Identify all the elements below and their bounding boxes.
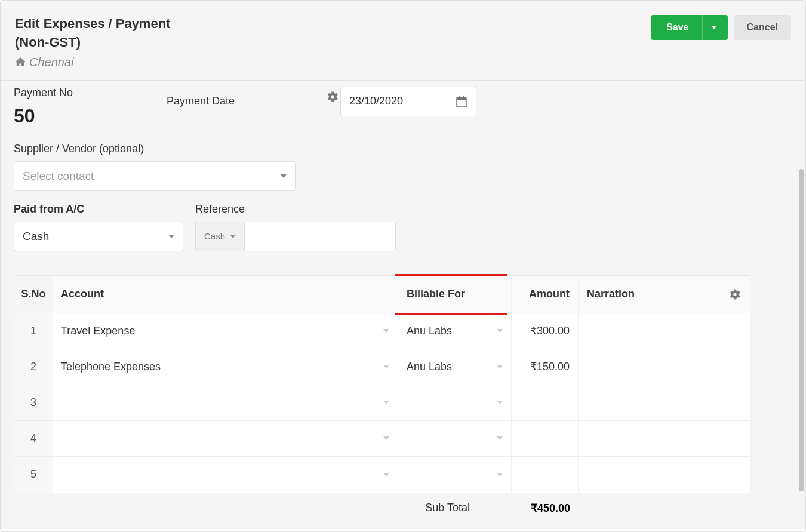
- save-label: Save: [666, 22, 688, 33]
- title-line2: (Non-GST): [15, 35, 81, 50]
- billable-select[interactable]: [398, 457, 511, 493]
- gear-icon: [327, 91, 338, 102]
- amount-input[interactable]: [511, 385, 578, 420]
- reference-type-select[interactable]: Cash: [195, 222, 244, 251]
- location-breadcrumb: Chennai: [15, 56, 170, 69]
- reference-field: Reference Cash: [195, 203, 396, 251]
- date-settings-button[interactable]: [327, 91, 338, 102]
- cancel-button[interactable]: Cancel: [734, 15, 791, 40]
- page-header: Edit Expenses / Payment (Non-GST) Chenna…: [1, 1, 805, 81]
- account-select[interactable]: Telephone Expenses: [53, 349, 398, 385]
- supplier-select[interactable]: Select contact: [14, 161, 296, 191]
- form-body: Payment No 50 Payment Date 23/10/2020 Su…: [1, 81, 805, 529]
- row-action: [720, 421, 750, 456]
- caret-down-icon: [168, 235, 174, 238]
- home-icon: [15, 57, 26, 67]
- save-button[interactable]: Save: [651, 15, 727, 40]
- cell-sno: 5: [14, 457, 53, 493]
- caret-down-icon: [281, 174, 287, 178]
- th-billable: Billable For: [398, 276, 511, 313]
- th-narration: Narration: [578, 276, 720, 313]
- calendar-icon: [456, 96, 467, 107]
- subtotal-row: Sub Total ₹450.00: [14, 493, 750, 519]
- payment-date-field: Payment Date 23/10/2020: [167, 87, 476, 116]
- caret-down-icon: [383, 365, 389, 368]
- subtotal-value: ₹450.00: [503, 502, 570, 515]
- title-block: Edit Expenses / Payment (Non-GST) Chenna…: [15, 15, 170, 69]
- narration-input[interactable]: [578, 349, 720, 385]
- scrollbar[interactable]: [799, 169, 804, 491]
- payment-no-label: Payment No: [14, 87, 73, 99]
- account-select[interactable]: Travel Expense: [53, 313, 398, 349]
- row-action: [720, 313, 750, 349]
- account-select[interactable]: [53, 421, 398, 456]
- th-sno: S.No: [14, 276, 53, 313]
- narration-input[interactable]: [578, 385, 720, 420]
- row-action: [720, 349, 750, 385]
- subtotal-label: Sub Total: [425, 502, 503, 515]
- billable-select[interactable]: Anu Labs: [398, 349, 511, 385]
- table-settings-button[interactable]: [720, 276, 750, 313]
- cell-sno: 4: [14, 421, 53, 456]
- reference-input[interactable]: [244, 222, 396, 251]
- caret-down-icon: [230, 235, 236, 238]
- table-row: 4: [14, 421, 750, 457]
- supplier-label: Supplier / Vendor (optional): [14, 143, 296, 155]
- caret-down-icon[interactable]: [711, 26, 717, 29]
- caret-down-icon: [497, 329, 503, 333]
- expense-table: S.No Account Billable For Amount Narrati…: [14, 275, 750, 493]
- title-line1: Edit Expenses / Payment: [15, 16, 170, 31]
- save-divider: [702, 15, 703, 40]
- caret-down-icon: [497, 401, 503, 404]
- table-row: 1 Travel Expense Anu Labs ₹300.00: [14, 313, 750, 349]
- caret-down-icon: [383, 401, 389, 404]
- payment-date-label: Payment Date: [167, 95, 235, 107]
- table-row: 3: [14, 385, 750, 421]
- billable-select[interactable]: [398, 421, 511, 456]
- billable-select[interactable]: [398, 385, 511, 420]
- billable-select[interactable]: Anu Labs: [398, 313, 511, 349]
- amount-input[interactable]: ₹300.00: [511, 313, 578, 349]
- caret-down-icon: [383, 436, 389, 440]
- reference-type: Cash: [204, 231, 225, 241]
- caret-down-icon: [383, 329, 389, 333]
- row-action: [720, 457, 750, 493]
- th-amount: Amount: [511, 276, 578, 313]
- table-header: S.No Account Billable For Amount Narrati…: [14, 276, 750, 313]
- amount-input[interactable]: [511, 421, 578, 456]
- row-action: [720, 385, 750, 420]
- caret-down-icon: [497, 473, 503, 476]
- payment-no-field: Payment No 50: [14, 87, 73, 127]
- amount-input[interactable]: [511, 457, 578, 493]
- narration-input[interactable]: [578, 421, 720, 456]
- table-row: 5: [14, 457, 750, 493]
- payment-date-input[interactable]: 23/10/2020: [340, 87, 476, 116]
- supplier-placeholder: Select contact: [23, 170, 94, 183]
- location-text: Chennai: [29, 56, 74, 69]
- th-account: Account: [53, 276, 398, 313]
- paid-from-label: Paid from A/C: [14, 203, 183, 216]
- caret-down-icon: [497, 365, 503, 368]
- reference-label: Reference: [195, 203, 396, 216]
- amount-input[interactable]: ₹150.00: [511, 349, 578, 385]
- account-select[interactable]: [53, 457, 398, 493]
- cell-sno: 1: [14, 313, 53, 349]
- page-title: Edit Expenses / Payment (Non-GST): [15, 15, 170, 52]
- payment-no-value: 50: [14, 105, 73, 127]
- date-value: 23/10/2020: [349, 95, 403, 107]
- header-actions: Save Cancel: [651, 15, 791, 40]
- supplier-field: Supplier / Vendor (optional) Select cont…: [14, 143, 296, 191]
- narration-input[interactable]: [578, 457, 720, 493]
- narration-input[interactable]: [578, 313, 720, 349]
- account-select[interactable]: [53, 385, 398, 420]
- table-row: 2 Telephone Expenses Anu Labs ₹150.00: [14, 349, 750, 385]
- paid-from-value: Cash: [23, 230, 49, 243]
- caret-down-icon: [383, 473, 389, 476]
- paid-from-field: Paid from A/C Cash: [14, 203, 183, 251]
- gear-icon: [730, 289, 740, 300]
- caret-down-icon: [497, 436, 503, 440]
- cell-sno: 2: [14, 349, 53, 385]
- cell-sno: 3: [14, 385, 53, 420]
- paid-from-select[interactable]: Cash: [14, 222, 183, 251]
